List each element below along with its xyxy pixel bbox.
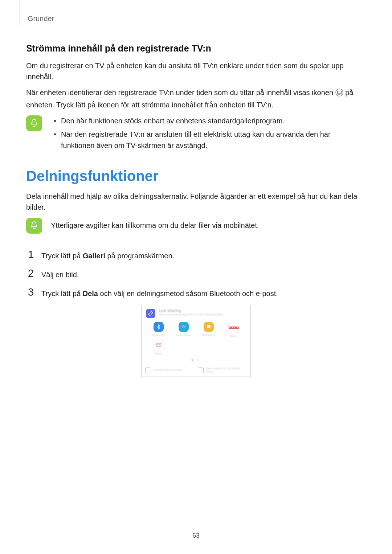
calendar-icon <box>228 322 239 333</box>
share-label: Wi-Fi Direct <box>173 333 195 336</box>
note-body-1: Den här funktionen stöds enbart av enhet… <box>51 115 366 153</box>
smart-view-icon <box>198 368 204 373</box>
share-option-bluetooth: Bluetooth <box>146 322 171 337</box>
svg-rect-1 <box>337 91 341 94</box>
email-icon <box>153 340 164 350</box>
step-3: 3 Tryck lätt på Dela och välj en delning… <box>26 286 366 299</box>
step-text-1: Tryck lätt på Galleri på programskärmen. <box>41 248 174 261</box>
note1-bullet-1: Den här funktionen stöds enbart av enhet… <box>61 115 366 127</box>
step-num-2: 2 <box>26 267 36 279</box>
step-num-1: 1 <box>26 248 36 260</box>
share-label: Messages <box>198 333 220 336</box>
note-block-1: Den här funktionen stöds enbart av enhet… <box>26 115 366 153</box>
binding-mark <box>20 0 20 25</box>
share-option-wifi-direct: Wi-Fi Direct <box>171 322 196 337</box>
share-label: Other <box>223 335 245 337</box>
share-panel-bottom: Transfer files to device View content on… <box>142 364 250 377</box>
step-2-pre: Välj en bild. <box>41 271 79 279</box>
share-label: Bluetooth <box>148 333 170 336</box>
section-header: Grunder <box>28 15 366 23</box>
step-1-pre: Tryck lätt på <box>41 252 83 260</box>
tv-stream-icon <box>335 89 343 99</box>
device-transfer-icon <box>145 368 151 373</box>
note-icon <box>26 218 42 234</box>
paragraph-3: Dela innehåll med hjälp av olika delning… <box>26 191 366 213</box>
paragraph-1: Om du registrerar en TV på enheten kan d… <box>26 60 366 82</box>
share-option-calendar: Other <box>221 322 246 337</box>
share-panel-grid: Bluetooth Wi-Fi Direct Messages <box>142 320 250 358</box>
step-text-2: Välj en bild. <box>41 267 79 280</box>
step-num-3: 3 <box>26 286 36 298</box>
bluetooth-icon <box>154 322 164 332</box>
step-3-pre: Tryck lätt på <box>41 290 83 297</box>
share-panel-top: Link Sharing Tap here to send large file… <box>142 305 250 320</box>
note1-bullet-2: När den registrerade TV:n är ansluten ti… <box>61 129 366 151</box>
step-text-3: Tryck lätt på Dela och välj en delningsm… <box>41 286 278 299</box>
wifi-direct-icon <box>179 322 189 332</box>
link-sharing-text: Link Sharing Tap here to send large file… <box>159 309 223 316</box>
step-1-bold: Galleri <box>83 252 105 260</box>
note-body-2: Ytterligare avgifter kan tillkomma om du… <box>51 218 259 234</box>
share-option-email: Email <box>146 340 171 355</box>
page-content: Grunder Strömma innehåll på den registre… <box>0 0 392 377</box>
link-sharing-icon <box>146 309 155 318</box>
smart-view-option: View content on TV (Smart View) <box>198 367 247 374</box>
paragraph-2: När enheten identifierar den registrerad… <box>26 87 366 110</box>
share-label: Email <box>148 352 170 355</box>
transfer-files-option: Transfer files to device <box>145 367 194 374</box>
page-indicator: ● ○ <box>142 358 250 364</box>
note-block-2: Ytterligare avgifter kan tillkomma om du… <box>26 218 366 234</box>
step-2: 2 Välj en bild. <box>26 267 366 280</box>
step-1-post: på programskärmen. <box>105 252 174 260</box>
link-sharing-title: Link Sharing <box>159 309 223 313</box>
paragraph-2a: När enheten identifierar den registrerad… <box>26 89 335 97</box>
sub-heading: Strömma innehåll på den registrerade TV:… <box>26 43 366 54</box>
page-number: 63 <box>0 532 392 539</box>
messages-icon <box>204 322 214 332</box>
svg-point-0 <box>336 89 343 96</box>
step-3-bold: Dela <box>83 290 98 297</box>
share-option-messages: Messages <box>196 322 221 337</box>
link-sharing-sub: Tap here to send large files in their or… <box>159 313 223 316</box>
transfer-label: Transfer files to device <box>153 369 182 372</box>
smart-view-label: View content on TV (Smart View) <box>206 367 247 374</box>
share-panel-wrap: Link Sharing Tap here to send large file… <box>26 305 366 377</box>
share-panel: Link Sharing Tap here to send large file… <box>141 305 251 377</box>
note-icon <box>26 115 42 131</box>
step-1: 1 Tryck lätt på Galleri på programskärme… <box>26 248 366 261</box>
step-3-post: och välj en delningsmetod såsom Bluetoot… <box>98 290 278 297</box>
main-heading: Delningsfunktioner <box>26 168 366 184</box>
